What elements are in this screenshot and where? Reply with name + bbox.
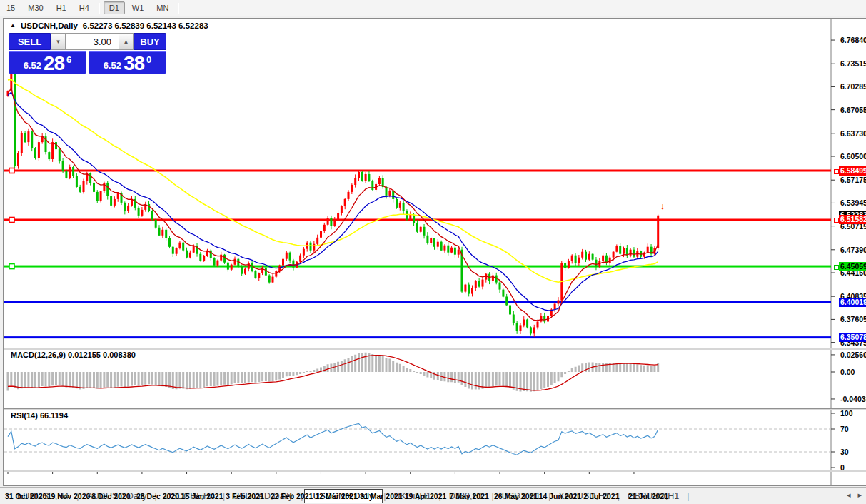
timeframe-toolbar: 15M30H1H4D1W1MN <box>0 0 866 16</box>
timeframe-button-h4[interactable]: H4 <box>74 1 95 14</box>
date-axis-label: 8 Dec 2020 <box>91 492 130 500</box>
one-click-trading-panel: SELL ▼ ▲ BUY 6.52 28 6 6.52 38 0 <box>9 33 166 74</box>
tab-scroll-left-icon[interactable]: ◂ <box>847 490 851 500</box>
date-axis-label: 26 May 2021 <box>494 492 538 500</box>
macd-axis-tick: 0.025609 <box>840 351 866 359</box>
rsi-axis-tick: 70 <box>840 425 849 433</box>
sell-price-display[interactable]: 6.52 28 6 <box>9 51 86 74</box>
chart-ohlc-values: 6.52273 6.52839 6.52143 6.52283 <box>83 21 208 30</box>
price-axis-tick: 6.60500 <box>840 152 866 161</box>
macd-indicator-label: MACD(12,26,9) 0.012155 0.008380 <box>11 351 136 359</box>
date-axis-label: 2 Jul 2021 <box>583 492 619 500</box>
macd-axis-tick: 0.00 <box>840 368 855 376</box>
toolbar-separator <box>99 3 100 14</box>
price-level-badge: 6.58499 <box>839 166 866 176</box>
price-level-badge: 6.45059 <box>839 262 866 271</box>
timeframe-button-15[interactable]: 15 <box>1 1 21 14</box>
date-axis-label: 7 May 2021 <box>449 492 488 500</box>
price-axis-tick: 6.37605 <box>840 315 866 323</box>
tab-scroll-buttons: ◂ ▸ <box>847 490 862 500</box>
macd-pane-splitter[interactable] <box>4 348 866 350</box>
toolbar-separator <box>178 3 179 14</box>
collapse-arrow-icon[interactable]: ▲ <box>10 22 16 29</box>
rsi-pane-splitter[interactable] <box>4 408 866 410</box>
buy-price-prefix: 6.52 <box>104 59 121 73</box>
price-axis-tick: 6.70285 <box>840 82 866 91</box>
sell-button[interactable]: SELL <box>9 33 51 50</box>
price-axis-tick: 6.63730 <box>840 129 866 138</box>
macd-axis-tick: -0.040386 <box>840 395 866 403</box>
date-axis-label: 15 Jan 2021 <box>181 492 223 500</box>
date-axis-label: 28 Dec 2020 <box>136 492 179 500</box>
buy-price-display[interactable]: 6.52 38 0 <box>89 51 166 74</box>
date-axis-label: 12 Mar 2021 <box>315 492 358 500</box>
tab-separator: | <box>686 491 690 501</box>
price-axis-tick: 6.67055 <box>840 106 866 114</box>
sell-price-point: 6 <box>66 56 71 64</box>
price-axis-tick: 6.76840 <box>840 36 866 44</box>
line-price-pointer <box>834 265 839 270</box>
price-chart-canvas[interactable]: ↓ <box>4 19 866 485</box>
buy-price-point: 0 <box>146 56 151 64</box>
price-level-badge: 6.40019 <box>839 298 866 307</box>
volume-input[interactable] <box>66 33 119 50</box>
svg-text:↓: ↓ <box>660 201 665 211</box>
buy-price-pips: 38 <box>124 54 144 73</box>
timeframe-button-m30[interactable]: M30 <box>22 1 49 14</box>
date-axis-label: 31 Oct 2020 <box>5 492 46 500</box>
date-axis-label: 19 Nov 2020 <box>47 492 91 500</box>
date-axis-label: 14 Jun 2021 <box>539 492 582 500</box>
rsi-indicator-label: RSI(14) 66.1194 <box>11 411 68 420</box>
chart-symbol-header: ▲ USDCNH,Daily 6.52273 6.52839 6.52143 6… <box>10 21 208 30</box>
tab-scroll-right-icon[interactable]: ▸ <box>857 490 862 500</box>
date-axis-label: 3 Feb 2021 <box>226 492 264 500</box>
buy-button[interactable]: BUY <box>134 33 166 50</box>
date-axis-label: 19 Apr 2021 <box>405 492 447 500</box>
price-axis-tick: 6.53945 <box>840 198 866 207</box>
trading-platform-window: 15M30H1H4D1W1MN ▲ USDCNH,Daily 6.52273 6… <box>0 0 866 504</box>
volume-increase-button[interactable]: ▲ <box>119 33 134 50</box>
date-axis-label: 31 Mar 2021 <box>360 492 403 500</box>
timeframe-button-d1[interactable]: D1 <box>104 1 125 14</box>
sell-price-pips: 28 <box>44 54 64 73</box>
price-level-badge: 6.51582 <box>839 215 866 224</box>
rsi-axis-tick: 30 <box>840 448 849 456</box>
price-axis-tick: 6.57175 <box>840 176 866 184</box>
price-level-badge: 6.35078 <box>839 333 866 342</box>
date-axis-splitter <box>4 470 866 472</box>
sell-price-prefix: 6.52 <box>24 59 41 73</box>
chart-symbol-title: USDCNH,Daily <box>21 21 78 30</box>
date-axis-label: 21 Jul 2021 <box>628 492 668 500</box>
price-axis-tick: 6.47390 <box>840 246 866 254</box>
chart-window: ▲ USDCNH,Daily 6.52273 6.52839 6.52143 6… <box>3 18 866 486</box>
timeframe-button-h1[interactable]: H1 <box>51 1 72 14</box>
volume-decrease-button[interactable]: ▼ <box>51 33 66 50</box>
date-axis-label: 22 Feb 2021 <box>271 492 313 500</box>
timeframe-button-w1[interactable]: W1 <box>126 1 150 14</box>
timeframe-button-mn[interactable]: MN <box>151 1 174 14</box>
line-price-pointer <box>834 169 839 174</box>
line-price-pointer <box>834 218 839 223</box>
price-axis-tick: 6.73515 <box>840 59 866 68</box>
